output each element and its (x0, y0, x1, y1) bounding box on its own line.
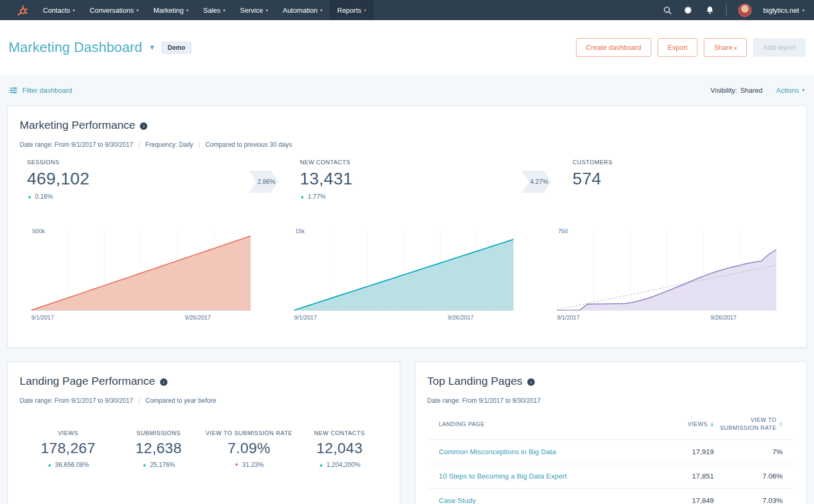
landing-page-link[interactable]: Common Misconceptions in Big Data (439, 448, 640, 456)
metric-new-contacts: NEW CONTACTS 12,043 ▲1,204,200% (294, 430, 385, 468)
page-title[interactable]: Marketing Dashboard (8, 39, 142, 56)
chevron-down-icon: ▾ (735, 46, 737, 51)
share-button[interactable]: Share ▾ (704, 38, 747, 57)
create-dashboard-button[interactable]: Create dashboard (576, 38, 651, 57)
nav-contacts[interactable]: Contacts▾ (36, 0, 82, 20)
sort-icon: ▲▼ (779, 421, 783, 427)
chevron-down-icon: ▾ (364, 8, 366, 13)
table-row: Common Misconceptions in Big Data 17,919… (428, 439, 793, 464)
nav-automation[interactable]: Automation▾ (275, 0, 330, 20)
chevron-down-icon: ▾ (802, 8, 804, 13)
x-axis-label: 9/1/2017 (557, 314, 580, 321)
nav-divider (726, 4, 727, 16)
export-button[interactable]: Export (658, 38, 698, 57)
delta-up-icon: ▲ (142, 462, 147, 467)
delta-up-icon: ▲ (300, 194, 305, 199)
table-row: Case Study 17,849 7.03% (428, 488, 793, 504)
info-icon[interactable]: i (160, 378, 167, 386)
landing-page-link[interactable]: Case Study (439, 497, 640, 504)
hubspot-logo-icon[interactable] (16, 4, 28, 16)
x-axis-label: 9/26/2017 (448, 314, 474, 321)
x-axis-label: 9/1/2017 (294, 314, 317, 321)
delta-up-icon: ▲ (47, 462, 52, 467)
card-title: Top Landing Pages (427, 375, 523, 387)
metric-submissions: SUBMISSIONS 12,638 ▲25,176% (113, 430, 204, 468)
sessions-chart: 500k 9/1/20179/26/2017 (31, 227, 251, 326)
conversion-arrow: 4.27% (521, 171, 551, 193)
new-contacts-chart-plot (294, 231, 514, 311)
avatar[interactable] (738, 4, 751, 17)
metric-views: VIEWS 178,267 ▲36,656.08% (23, 430, 113, 468)
search-icon[interactable] (662, 5, 672, 15)
info-icon[interactable]: i (140, 122, 147, 130)
x-axis-label: 9/26/2017 (711, 314, 737, 321)
report-settings-row: Date range: From 9/1/2017 to 9/30/2017 |… (8, 131, 806, 148)
marketing-performance-card: Marketing Performance i Date range: From… (7, 105, 807, 348)
x-axis-label: 9/1/2017 (31, 314, 54, 321)
add-report-button: Add report (753, 38, 806, 57)
chevron-down-icon: ▾ (73, 8, 75, 13)
info-icon[interactable]: i (527, 378, 535, 386)
sessions-chart-plot (31, 231, 251, 311)
column-header-view-to-submission-rate[interactable]: VIEW TO SUBMISSION RATE ▲▼ (714, 416, 783, 432)
filter-dashboard-button[interactable]: Filter dashboard (10, 86, 72, 94)
new-contacts-chart: 15k 9/1/20179/26/2017 (294, 227, 514, 326)
landing-page-link[interactable]: 10 Steps to Becoming a Big Data Expert (439, 472, 640, 480)
report-settings-row: Date range: From 9/1/2017 to 9/30/2017 |… (8, 387, 400, 404)
top-landing-pages-card: Top Landing Pages i Date range: From 9/1… (415, 361, 807, 504)
chevron-down-icon: ▾ (187, 8, 189, 13)
column-header-landing-page[interactable]: LANDING PAGE (439, 421, 640, 427)
landing-page-performance-card: Landing Page Performance i Date range: F… (7, 361, 400, 504)
delta-up-icon: ▲ (318, 462, 323, 467)
metric-customers: CUSTOMERS 574 (565, 159, 794, 189)
nav-right-tools: biglytics.net ▾ (662, 4, 804, 17)
visibility-status: Visibility:Shared (711, 86, 763, 94)
y-axis-max-label: 500k (32, 228, 45, 234)
nav-conversations[interactable]: Conversations▾ (82, 0, 146, 20)
top-landing-pages-table: LANDING PAGE VIEWS ▲▼ VIEW TO SUBMISSION… (428, 413, 793, 504)
report-settings-row: Date range: From 9/1/2017 to 9/30/2017 (415, 387, 806, 404)
chevron-down-icon: ▾ (802, 87, 804, 93)
nav-marketing[interactable]: Marketing▾ (146, 0, 196, 20)
bell-icon[interactable] (705, 5, 714, 15)
metric-sessions: SESSIONS 469,102 ▲0.16% (20, 159, 249, 200)
page-header: Marketing Dashboard ▼ Demo Create dashbo… (0, 20, 814, 75)
conversion-arrow: 2.86% (249, 171, 279, 193)
gear-icon[interactable] (684, 5, 693, 15)
chevron-down-icon: ▾ (320, 8, 322, 13)
delta-down-icon: ▼ (234, 462, 239, 467)
customers-chart-plot (557, 231, 776, 311)
filter-sliders-icon (10, 87, 17, 94)
account-menu[interactable]: biglytics.net ▾ (763, 6, 804, 14)
filter-bar: Filter dashboard Visibility:Shared Actio… (0, 75, 814, 105)
sort-icon: ▲▼ (710, 421, 714, 427)
x-axis-label: 9/26/2017 (185, 314, 211, 321)
top-nav: Contacts▾ Conversations▾ Marketing▾ Sale… (0, 0, 814, 20)
demo-badge: Demo (162, 42, 191, 54)
y-axis-max-label: 15k (295, 228, 305, 234)
title-chevron-down-icon[interactable]: ▼ (148, 43, 155, 51)
metric-view-to-submission-rate: VIEW TO SUBMISSION RATE 7.09% ▼31.23% (204, 430, 295, 468)
table-row: 10 Steps to Becoming a Big Data Expert 1… (428, 464, 793, 488)
nav-sales[interactable]: Sales▾ (196, 0, 233, 20)
chevron-down-icon: ▾ (136, 8, 138, 13)
metric-new-contacts: NEW CONTACTS 13,431 ▲1.77% (293, 159, 522, 200)
delta-up-icon: ▲ (27, 194, 32, 199)
column-header-views[interactable]: VIEWS ▲▼ (640, 421, 714, 427)
nav-service[interactable]: Service▾ (233, 0, 275, 20)
chevron-down-icon: ▾ (266, 8, 268, 13)
card-title: Marketing Performance (20, 119, 135, 131)
customers-chart: 750 9/1/20179/26/2017 (557, 227, 776, 326)
chevron-down-icon: ▾ (223, 8, 225, 13)
actions-menu-button[interactable]: Actions▾ (776, 86, 804, 94)
account-name: biglytics.net (763, 6, 799, 14)
card-title: Landing Page Performance (20, 375, 155, 387)
y-axis-max-label: 750 (558, 228, 568, 234)
nav-reports[interactable]: Reports▾ (330, 0, 374, 20)
